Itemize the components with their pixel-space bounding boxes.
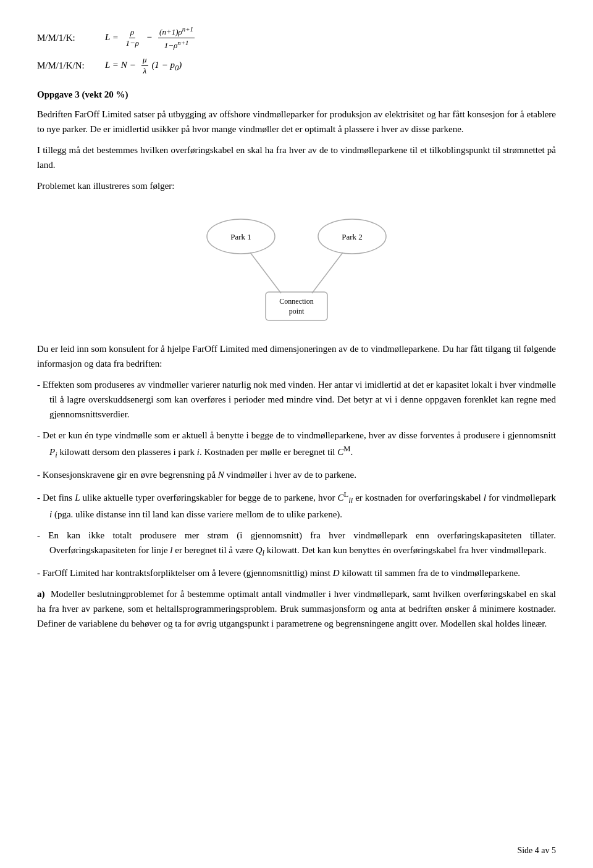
answer-a-text: Modeller beslutningproblemet for å beste… [37, 589, 556, 628]
page-content: M/M/1/K: L = ρ 1−ρ − (n+1)ρn+1 1−ρn+1 M/… [37, 25, 556, 631]
line-park1-connection [250, 252, 281, 293]
intro-p3: I tillegg må det bestemmes hvilken overf… [37, 143, 556, 172]
bullet-item-6: FarOff Limited har kontraktsforpliktelse… [37, 565, 556, 580]
frac-mu-lambda: μ λ [141, 55, 148, 77]
mm1k-math: L = ρ 1−ρ − (n+1)ρn+1 1−ρn+1 [105, 25, 196, 51]
page-footer: Side 4 av 5 [517, 846, 556, 856]
connection-label-line2: point [289, 307, 305, 315]
page-number: Side 4 av 5 [517, 846, 556, 855]
line-park2-connection [312, 252, 343, 293]
network-diagram: Park 1 Park 2 Connection point [179, 206, 414, 329]
answer-item-a: a) Modeller beslutningproblemet for å be… [37, 586, 556, 631]
connection-node [266, 292, 327, 320]
intro-p3-text: I tillegg må det bestemmes hvilken overf… [37, 145, 556, 170]
bullet-item-2: Det er kun én type vindmølle som er aktu… [37, 428, 556, 461]
formula-block-mm1k: M/M/1/K: L = ρ 1−ρ − (n+1)ρn+1 1−ρn+1 M/… [37, 25, 556, 77]
formula-line-mm1k: M/M/1/K: L = ρ 1−ρ − (n+1)ρn+1 1−ρn+1 [37, 25, 556, 51]
frac-nplus1: (n+1)ρn+1 1−ρn+1 [158, 25, 195, 51]
bullet-list: Effekten som produseres av vindmøller va… [37, 377, 556, 580]
formula-line-mm1kn: M/M/1/K/N: L = N − μ λ (1 − p0) [37, 55, 556, 77]
park2-label: Park 2 [342, 232, 363, 241]
bullet-item-1: Effekten som produseres av vindmøller va… [37, 377, 556, 422]
park1-label: Park 1 [230, 232, 251, 241]
intro-p2-text: De er imidlertid usikker på hvor mange v… [90, 124, 464, 134]
intro-p1: Bedriften FarOff Limited satser på utbyg… [37, 107, 556, 136]
mm1kn-math: L = N − μ λ (1 − p0) [105, 55, 182, 77]
post-diagram-p1: Du er leid inn som konsulent for å hjelp… [37, 341, 556, 371]
bullet-item-5: En kan ikke totalt produsere mer strøm (… [37, 528, 556, 559]
post-diagram-p1-text: Du er leid inn som konsulent for å hjelp… [37, 344, 440, 354]
bullet-item-4: Det fins L ulike aktuelle typer overføri… [37, 488, 556, 522]
mm1k-label: M/M/1/K: [37, 31, 105, 45]
intro-p4: Problemet kan illustreres som følger: [37, 178, 556, 193]
diagram-container: Park 1 Park 2 Connection point [37, 206, 556, 329]
bullet-item-3: Konsesjonskravene gir en øvre begrensnin… [37, 467, 556, 482]
answer-a-label: a) [37, 589, 45, 599]
frac-rho: ρ 1−ρ [124, 27, 140, 49]
section-heading: Oppgave 3 (vekt 20 %) [37, 88, 556, 102]
connection-label-line1: Connection [279, 297, 313, 306]
mm1kn-label: M/M/1/K/N: [37, 59, 105, 73]
